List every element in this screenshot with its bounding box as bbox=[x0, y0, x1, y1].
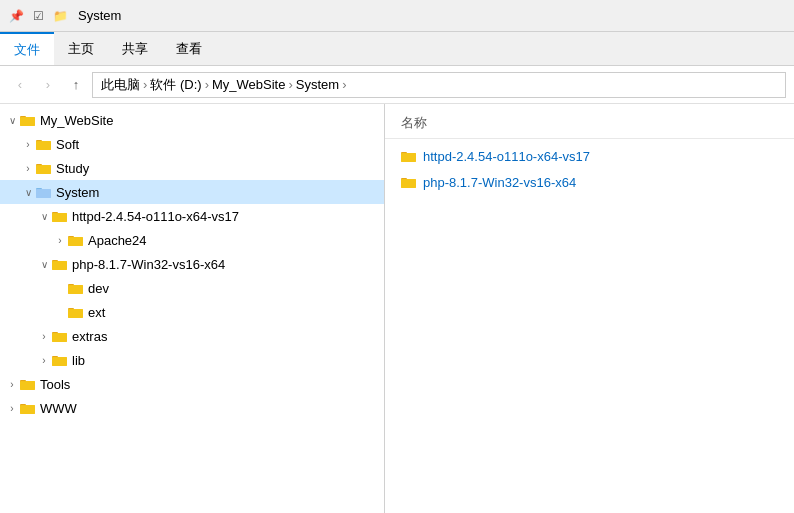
tree-label: dev bbox=[88, 281, 109, 296]
folder-icon bbox=[36, 136, 52, 152]
tree-item-apache24[interactable]: › Apache24 bbox=[0, 228, 384, 252]
expand-icon[interactable]: › bbox=[4, 376, 20, 392]
folder-icon bbox=[68, 280, 84, 296]
tree-label: extras bbox=[72, 329, 107, 344]
folder-icon bbox=[401, 174, 417, 190]
folder-icon bbox=[20, 376, 36, 392]
svg-rect-35 bbox=[20, 381, 35, 390]
crumb-pc: 此电脑 bbox=[101, 76, 140, 94]
expand-icon[interactable]: › bbox=[36, 352, 52, 368]
folder-small-icon: 📁 bbox=[52, 8, 68, 24]
folder-icon bbox=[52, 328, 68, 344]
folder-icon bbox=[68, 232, 84, 248]
title-bar: 📌 ☑ 📁 System bbox=[0, 0, 794, 32]
expand-icon[interactable]: › bbox=[4, 400, 20, 416]
tree-label: php-8.1.7-Win32-vs16-x64 bbox=[72, 257, 225, 272]
svg-rect-17 bbox=[68, 237, 83, 246]
content-item[interactable]: php-8.1.7-Win32-vs16-x64 bbox=[385, 169, 794, 195]
address-bar: ‹ › ↑ 此电脑 › 软件 (D:) › My_WebSite › Syste… bbox=[0, 66, 794, 104]
svg-rect-8 bbox=[36, 165, 51, 174]
window-title: System bbox=[78, 8, 121, 23]
ribbon-tab-文件[interactable]: 文件 bbox=[0, 32, 54, 65]
tree-item-httpd[interactable]: ∨ httpd-2.4.54-o111o-x64-vs17 bbox=[0, 204, 384, 228]
folder-icon bbox=[36, 160, 52, 176]
svg-rect-44 bbox=[401, 179, 416, 188]
tree-panel[interactable]: ∨ My_WebSite› Soft› Study∨ System∨ httpd… bbox=[0, 104, 385, 513]
tree-item-lib[interactable]: › lib bbox=[0, 348, 384, 372]
tree-label: My_WebSite bbox=[40, 113, 113, 128]
content-header: 名称 bbox=[385, 112, 794, 139]
tree-item-study[interactable]: › Study bbox=[0, 156, 384, 180]
content-item-label: php-8.1.7-Win32-vs16-x64 bbox=[423, 175, 576, 190]
crumb-current: System bbox=[296, 77, 339, 92]
content-panel: 名称 httpd-2.4.54-o111o-x64-vs17 php-8.1.7… bbox=[385, 104, 794, 513]
pin-icon: 📌 bbox=[8, 8, 24, 24]
tree-item-tools[interactable]: › Tools bbox=[0, 372, 384, 396]
folder-icon bbox=[36, 184, 52, 200]
address-path[interactable]: 此电脑 › 软件 (D:) › My_WebSite › System › bbox=[92, 72, 786, 98]
svg-rect-32 bbox=[52, 357, 67, 366]
folder-icon bbox=[52, 256, 68, 272]
tree-item-extras[interactable]: › extras bbox=[0, 324, 384, 348]
expand-icon[interactable]: › bbox=[20, 160, 36, 176]
tree-label: Tools bbox=[40, 377, 70, 392]
tree-item-soft[interactable]: › Soft bbox=[0, 132, 384, 156]
tree-label: ext bbox=[88, 305, 105, 320]
content-item-label: httpd-2.4.54-o111o-x64-vs17 bbox=[423, 149, 590, 164]
up-button[interactable]: ↑ bbox=[64, 73, 88, 97]
svg-rect-26 bbox=[68, 309, 83, 318]
folder-icon bbox=[20, 400, 36, 416]
folder-icon bbox=[52, 352, 68, 368]
tree-item-system[interactable]: ∨ System bbox=[0, 180, 384, 204]
collapse-icon[interactable]: ∨ bbox=[4, 112, 20, 128]
forward-button[interactable]: › bbox=[36, 73, 60, 97]
svg-rect-38 bbox=[20, 405, 35, 414]
svg-rect-23 bbox=[68, 285, 83, 294]
folder-icon bbox=[68, 304, 84, 320]
tree-label: Soft bbox=[56, 137, 79, 152]
collapse-icon[interactable]: ∨ bbox=[20, 184, 36, 200]
folder-icon bbox=[20, 112, 36, 128]
ribbon-tab-主页[interactable]: 主页 bbox=[54, 32, 108, 65]
svg-rect-11 bbox=[36, 189, 51, 198]
tree-label: lib bbox=[72, 353, 85, 368]
svg-rect-2 bbox=[20, 117, 35, 126]
crumb-website: My_WebSite bbox=[212, 77, 285, 92]
ribbon-tab-查看[interactable]: 查看 bbox=[162, 32, 216, 65]
main-layout: ∨ My_WebSite› Soft› Study∨ System∨ httpd… bbox=[0, 104, 794, 513]
svg-rect-5 bbox=[36, 141, 51, 150]
collapse-icon[interactable]: ∨ bbox=[36, 256, 52, 272]
collapse-icon[interactable]: ∨ bbox=[36, 208, 52, 224]
checkbox-icon: ☑ bbox=[30, 8, 46, 24]
svg-rect-29 bbox=[52, 333, 67, 342]
crumb-drive: 软件 (D:) bbox=[150, 76, 201, 94]
tree-label: httpd-2.4.54-o111o-x64-vs17 bbox=[72, 209, 239, 224]
tree-item-www[interactable]: › WWW bbox=[0, 396, 384, 420]
tree-label: WWW bbox=[40, 401, 77, 416]
svg-rect-20 bbox=[52, 261, 67, 270]
expand-icon[interactable]: › bbox=[20, 136, 36, 152]
back-button[interactable]: ‹ bbox=[8, 73, 32, 97]
tree-label: Study bbox=[56, 161, 89, 176]
folder-icon bbox=[401, 148, 417, 164]
tree-item-php[interactable]: ∨ php-8.1.7-Win32-vs16-x64 bbox=[0, 252, 384, 276]
expand-icon[interactable]: › bbox=[36, 328, 52, 344]
folder-icon bbox=[52, 208, 68, 224]
tree-item-dev[interactable]: dev bbox=[0, 276, 384, 300]
title-bar-icons: 📌 ☑ 📁 bbox=[8, 8, 68, 24]
svg-rect-41 bbox=[401, 153, 416, 162]
tree-label: System bbox=[56, 185, 99, 200]
tree-label: Apache24 bbox=[88, 233, 147, 248]
svg-rect-14 bbox=[52, 213, 67, 222]
expand-icon[interactable]: › bbox=[52, 232, 68, 248]
tree-item-ext[interactable]: ext bbox=[0, 300, 384, 324]
ribbon: 文件主页共享查看 bbox=[0, 32, 794, 66]
content-item[interactable]: httpd-2.4.54-o111o-x64-vs17 bbox=[385, 143, 794, 169]
ribbon-tab-共享[interactable]: 共享 bbox=[108, 32, 162, 65]
tree-item-my-website[interactable]: ∨ My_WebSite bbox=[0, 108, 384, 132]
